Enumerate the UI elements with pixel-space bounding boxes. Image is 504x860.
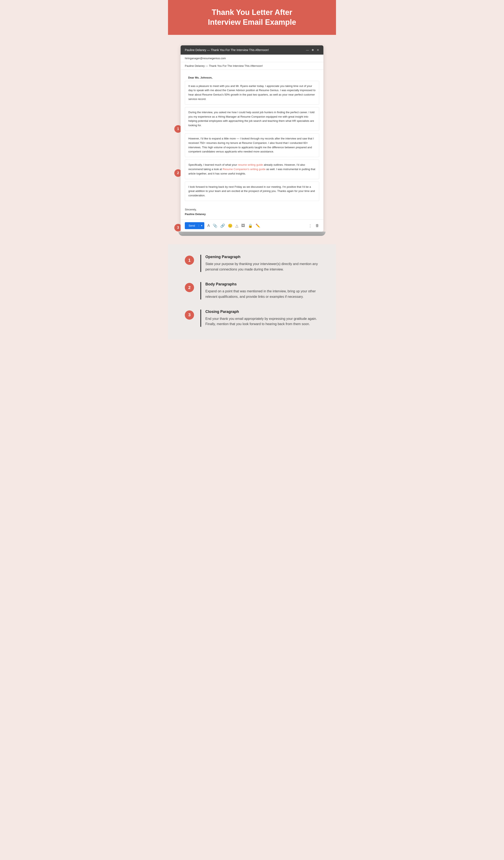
- attach-file-icon[interactable]: 📎: [213, 224, 217, 228]
- annotation-text-2: Expand on a point that was mentioned in …: [205, 289, 319, 299]
- insert-link-icon[interactable]: 🔗: [220, 224, 225, 228]
- emoji-icon[interactable]: 🙂: [228, 224, 232, 228]
- resume-companion-guide-link[interactable]: Resume Companion's writing guide: [222, 168, 265, 171]
- more-options-icon[interactable]: ⋮: [308, 224, 312, 228]
- annotation-content-2: Body Paragraphs Expand on a point that w…: [200, 282, 319, 299]
- annotation-item-3: 3 Closing Paragraph End your thank you e…: [185, 310, 319, 327]
- email-paragraph-5: I look forward to hearing back by next F…: [185, 182, 319, 201]
- annotation-content-3: Closing Paragraph End your thank you ema…: [200, 310, 319, 327]
- annotation-item-2: 2 Body Paragraphs Expand on a point that…: [185, 282, 319, 299]
- email-paragraph-2: During the interview, you asked me how I…: [185, 107, 319, 131]
- annotation-content-1: Opening Paragraph State your purpose by …: [200, 255, 319, 272]
- send-button[interactable]: Send ▼: [185, 222, 204, 229]
- annotation-title-2: Body Paragraphs: [205, 282, 319, 286]
- email-titlebar-text: Pauline Delaney — Thank You For The Inte…: [185, 48, 269, 52]
- email-section: 1 2 3 Pauline Delaney — Thank You For Th…: [168, 35, 336, 244]
- annotation-badge-3: 3: [185, 311, 194, 320]
- drive-icon[interactable]: △: [235, 224, 238, 228]
- maximize-button[interactable]: ❖: [312, 48, 314, 52]
- pen-icon[interactable]: ✏️: [256, 224, 260, 228]
- page-title: Thank You Letter After Interview Email E…: [176, 8, 328, 27]
- minimize-button[interactable]: —: [306, 48, 309, 52]
- email-toolbar: Send ▼ A 📎 🔗 🙂 △ 🖼 🔒 ✏️ ⋮ 🗑: [181, 219, 323, 232]
- annotation-text-1: State your purpose by thanking your inte…: [205, 261, 319, 272]
- annotation-badge-2: 2: [185, 283, 194, 292]
- photo-icon[interactable]: 🖼: [241, 224, 245, 228]
- close-button[interactable]: ✕: [317, 48, 319, 52]
- email-paragraph-3: However, I'd like to expand a little mor…: [185, 133, 319, 157]
- annotation-item-1: 1 Opening Paragraph State your purpose b…: [185, 255, 319, 272]
- titlebar-controls: — ❖ ✕: [306, 48, 319, 52]
- page-header: Thank You Letter After Interview Email E…: [168, 0, 336, 35]
- email-body: Dear Ms. Johnson, It was a pleasure to m…: [181, 70, 323, 204]
- send-label: Send: [185, 224, 199, 227]
- email-closing: Sincerely, Pauline Delaney: [181, 204, 323, 219]
- email-subject-field: Pauline Delaney — Thank You For The Inte…: [181, 62, 323, 70]
- closing-sincerely: Sincerely,: [185, 207, 319, 212]
- annotation-section: 1 Opening Paragraph State your purpose b…: [168, 244, 336, 339]
- email-titlebar: Pauline Delaney — Thank You For The Inte…: [181, 45, 323, 55]
- email-paragraph-1: It was a pleasure to meet with you and M…: [185, 81, 319, 104]
- email-greeting: Dear Ms. Johnson,: [185, 73, 319, 81]
- closing-name: Pauline Delaney: [185, 212, 319, 216]
- email-paragraph-4: Specifically, I learned much of what you…: [185, 160, 319, 179]
- lock-icon[interactable]: 🔒: [248, 224, 253, 228]
- annotation-title-1: Opening Paragraph: [205, 255, 319, 259]
- delete-icon[interactable]: 🗑: [315, 224, 319, 228]
- email-to-field: hiringanager@resumegenius.com: [181, 55, 323, 62]
- toolbar-left: Send ▼ A 📎 🔗 🙂 △ 🖼 🔒 ✏️: [185, 222, 260, 229]
- toolbar-right: ⋮ 🗑: [308, 224, 319, 228]
- annotation-text-3: End your thank you email appropriately b…: [205, 316, 319, 327]
- annotation-title-3: Closing Paragraph: [205, 310, 319, 314]
- resume-writing-guide-link[interactable]: resume writing guide: [238, 163, 263, 166]
- annotation-badge-1: 1: [185, 256, 194, 265]
- laptop-base: [178, 232, 326, 236]
- email-mockup: Pauline Delaney — Thank You For The Inte…: [181, 45, 323, 232]
- send-dropdown-arrow[interactable]: ▼: [199, 225, 204, 227]
- format-text-icon[interactable]: A: [207, 224, 210, 228]
